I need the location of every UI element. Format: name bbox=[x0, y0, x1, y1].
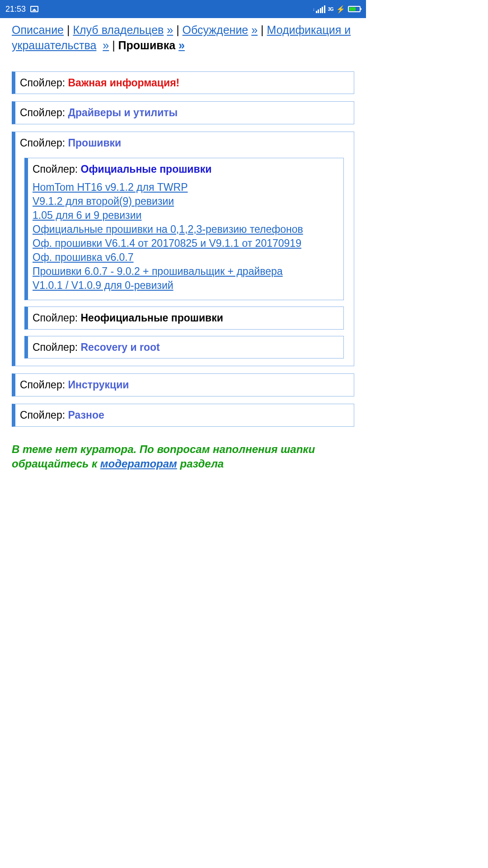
breadcrumb-link-club[interactable]: Клуб владельцев bbox=[73, 24, 164, 36]
spoiler-title-firmware: Прошивки bbox=[68, 137, 122, 149]
breadcrumb-chevron: » bbox=[178, 39, 185, 52]
spoiler-label: Спойлер: bbox=[33, 163, 81, 175]
firmware-link[interactable]: HomTom HT16 v9.1.2 для TWRP bbox=[33, 181, 188, 193]
arrow-down-icon: ↓ bbox=[313, 7, 315, 12]
status-time: 21:53 bbox=[5, 5, 26, 14]
spoiler-label: Спойлер: bbox=[33, 341, 81, 353]
firmware-link[interactable]: 1.05 для 6 и 9 ревизии bbox=[33, 209, 141, 221]
firmware-link[interactable]: Оф. прошивка v6.0.7 bbox=[33, 251, 134, 263]
page-content: Описание | Клуб владельцев » | Обсуждени… bbox=[0, 18, 366, 472]
spoiler-important[interactable]: Спойлер: Важная информация! bbox=[12, 71, 354, 94]
breadcrumb: Описание | Клуб владельцев » | Обсуждени… bbox=[12, 23, 354, 53]
spoiler-title-important: Важная информация! bbox=[68, 77, 180, 89]
curator-note: В теме нет куратора. По вопросам наполне… bbox=[12, 442, 354, 472]
breadcrumb-chevron: » bbox=[167, 24, 173, 36]
breadcrumb-link-discuss[interactable]: Обсуждение bbox=[183, 24, 249, 36]
network-label: 3G bbox=[328, 7, 333, 12]
spoiler-recovery[interactable]: Спойлер: Recovery и root bbox=[24, 336, 344, 359]
spoiler-label: Спойлер: bbox=[20, 137, 68, 149]
spoiler-title-misc: Разное bbox=[68, 409, 104, 421]
charging-icon: ⚡ bbox=[336, 5, 345, 14]
spoiler-unofficial[interactable]: Спойлер: Неофициальные прошивки bbox=[24, 307, 344, 330]
spoiler-label: Спойлер: bbox=[20, 409, 68, 421]
spoiler-label: Спойлер: bbox=[20, 107, 68, 118]
breadcrumb-link-description[interactable]: Описание bbox=[12, 24, 64, 36]
status-left: 21:53 bbox=[5, 5, 38, 14]
spoiler-official[interactable]: Спойлер: Официальные прошивки HomTom HT1… bbox=[24, 158, 344, 300]
spoiler-title-recovery: Recovery и root bbox=[81, 341, 160, 353]
status-right: ↓ 3G ⚡ bbox=[313, 5, 361, 14]
official-links-list: HomTom HT16 v9.1.2 для TWRP V9.1.2 для в… bbox=[33, 180, 338, 292]
firmware-link[interactable]: Официальные прошивки на 0,1,2,3-ревизию … bbox=[33, 223, 303, 235]
breadcrumb-current: Прошивка bbox=[118, 39, 176, 52]
breadcrumb-sep: | bbox=[67, 24, 73, 36]
breadcrumb-chevron: » bbox=[103, 39, 109, 52]
firmware-link[interactable]: V1.0.1 / V1.0.9 для 0-ревизий bbox=[33, 279, 174, 291]
breadcrumb-sep: | bbox=[112, 39, 118, 52]
firmware-link[interactable]: Оф. прошивки V6.1.4 от 20170825 и V9.1.1… bbox=[33, 237, 301, 249]
spoiler-label: Спойлер: bbox=[33, 312, 81, 324]
firmware-link[interactable]: V9.1.2 для второй(9) ревизии bbox=[33, 195, 174, 207]
spoiler-title-drivers: Драйверы и утилиты bbox=[68, 107, 178, 118]
breadcrumb-sep: | bbox=[261, 24, 267, 36]
breadcrumb-sep: | bbox=[176, 24, 182, 36]
breadcrumb-chevron: » bbox=[251, 24, 258, 36]
curator-note-part2: раздела bbox=[177, 458, 224, 470]
moderators-link[interactable]: модераторам bbox=[100, 458, 177, 470]
battery-icon bbox=[348, 6, 361, 12]
spoiler-instructions[interactable]: Спойлер: Инструкции bbox=[12, 373, 354, 396]
spoiler-label: Спойлер: bbox=[20, 379, 68, 391]
spoiler-firmware[interactable]: Спойлер: Прошивки Спойлер: Официальные п… bbox=[12, 132, 354, 366]
spoiler-title-official: Официальные прошивки bbox=[81, 163, 212, 175]
spoiler-drivers[interactable]: Спойлер: Драйверы и утилиты bbox=[12, 101, 354, 124]
spoiler-label: Спойлер: bbox=[20, 77, 68, 89]
signal-icon bbox=[316, 5, 325, 13]
spoiler-misc[interactable]: Спойлер: Разное bbox=[12, 404, 354, 427]
spoiler-title-unofficial: Неофициальные прошивки bbox=[81, 312, 223, 324]
screenshot-icon bbox=[30, 6, 38, 12]
firmware-nested: Спойлер: Официальные прошивки HomTom HT1… bbox=[20, 150, 348, 359]
status-bar: 21:53 ↓ 3G ⚡ bbox=[0, 0, 366, 18]
firmware-link[interactable]: Прошивки 6.0.7 - 9.0.2 + прошивальщик + … bbox=[33, 265, 283, 277]
spoiler-title-instructions: Инструкции bbox=[68, 379, 129, 391]
